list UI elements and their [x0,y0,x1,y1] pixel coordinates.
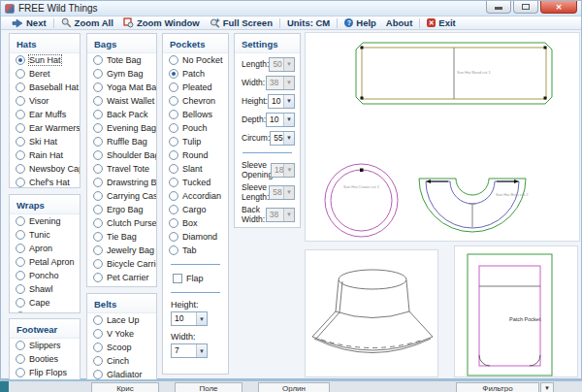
radio-label: Tunic [29,230,50,240]
radio-dot [93,164,103,174]
radio-pleated[interactable]: Pleated [163,81,228,94]
radio-back-pack[interactable]: Back Pack [87,108,156,121]
radio-round[interactable]: Round [163,148,228,162]
radio-baseball-hat[interactable]: Baseball Hat [10,81,80,94]
exit-button[interactable]: ✕ Exit [422,16,460,30]
radio-slant[interactable]: Slant [163,162,228,176]
background-window-strip[interactable]: КрисПолеОрлинФильтро ▼ [0,379,582,392]
radio-booties[interactable]: Booties [10,352,80,366]
zoom-all-button[interactable]: Zoom All [56,16,118,30]
radio-tulip[interactable]: Tulip [163,135,228,148]
help-button[interactable]: ? Help [340,16,381,30]
radio-dot [16,341,25,350]
radio-flip-flops[interactable]: Flip Flops [10,366,80,379]
radio-label: Pouch [182,123,208,133]
radio-petal-apron[interactable]: Petal Apron [10,255,80,269]
close-button[interactable]: ✕ [540,1,577,14]
radio-cinch[interactable]: Cinch [87,354,156,368]
radio-tote-bag[interactable]: Tote Bag [87,53,156,67]
radio-ear-muffs[interactable]: Ear Muffs [10,108,80,121]
height-select[interactable]: 10▼ [171,311,208,326]
about-button[interactable]: About [381,16,417,30]
radio-clutch-purse[interactable]: Clutch Purse [87,216,156,230]
radio-pouch[interactable]: Pouch [163,121,228,135]
radio-no-pocket[interactable]: No Pocket [163,53,228,67]
radio-scoop[interactable]: Scoop [87,341,156,354]
radio-bicycle-carrier[interactable]: Bicycle Carrier [87,257,156,271]
radio-evening[interactable]: Evening [10,214,80,228]
field-label: Circum: [242,133,270,143]
next-button[interactable]: Next [7,16,51,30]
radio-dot [93,232,103,242]
radio-ski-hat[interactable]: Ski Hat [10,135,80,148]
radio-patch[interactable]: Patch [163,67,228,81]
height-select[interactable]: 10▼ [268,94,295,109]
radio-box[interactable]: Box [163,216,228,230]
radio-tie-bag[interactable]: Tie Bag [87,230,156,244]
back-width-select[interactable]: 38▼ [266,208,295,222]
filter-dropdown-arrow[interactable]: ▼ [540,382,554,392]
radio-poncho[interactable]: Poncho [10,269,80,282]
radio-shoulder-bag[interactable]: Shoulder Bag [87,148,156,162]
radio-waist-wallet[interactable]: Waist Wallet [87,94,156,108]
flap-checkbox-row[interactable]: Flap [163,272,228,285]
pattern-canvas[interactable]: Sun Hat Band cut 1 Sun Hat Crown cut 1 S… [305,32,580,242]
radio-rain-hat[interactable]: Rain Hat [10,148,80,162]
radio-accordian[interactable]: Accordian [163,189,228,203]
minimize-button[interactable] [486,1,511,14]
radio-pet-carrier[interactable]: Pet Carrier [87,271,156,284]
radio-lace-up[interactable]: Lace Up [87,313,156,327]
bags-group-title: Bags [87,34,156,53]
radio-visor[interactable]: Visor [10,94,80,108]
flap-checkbox[interactable] [173,274,182,283]
radio-chef-s-hat[interactable]: Chef's Hat [10,176,80,188]
radio-cape[interactable]: Cape [10,296,80,310]
radio-shawl[interactable]: Shawl [10,282,80,296]
height-field-row: Height:10▼ [242,93,295,109]
width-select[interactable]: 38▼ [266,76,295,90]
radio-cardigan[interactable]: Cardigan [10,310,80,313]
radio-evening-bag[interactable]: Evening Bag [87,121,156,135]
radio-apron[interactable]: Apron [10,242,80,255]
radio-dot [93,343,103,352]
radio-ergo-bag[interactable]: Ergo Bag [87,203,156,216]
radio-yoga-mat-bag[interactable]: Yoga Mat Bag [87,81,156,94]
radio-beret[interactable]: Beret [10,67,80,81]
radio-jewelry-bag[interactable]: Jewelry Bag [87,244,156,257]
pattern-pieces-drawing: Sun Hat Band cut 1 Sun Hat Crown cut 1 S… [306,33,579,241]
radio-tab[interactable]: Tab [163,244,228,257]
radio-dot [93,82,103,92]
field-label: Sleeve Opening: [242,160,271,180]
circum-select[interactable]: 55▼ [270,131,295,146]
depth-select[interactable]: 10▼ [266,113,295,127]
radio-sun-hat[interactable]: Sun Hat [10,53,80,67]
radio-gym-bag[interactable]: Gym Bag [87,67,156,81]
radio-drawstring-bag[interactable]: Drawstring Bag [87,176,156,189]
radio-tunic[interactable]: Tunic [10,228,80,242]
units-indicator[interactable]: Units: CM [282,16,335,30]
radio-ruffle-bag[interactable]: Ruffle Bag [87,135,156,148]
settings-group-title: Settings [235,34,300,53]
radio-slippers[interactable]: Slippers [10,339,80,352]
radio-label: Pet Carrier [107,273,149,282]
length-select[interactable]: 50▼ [269,57,295,72]
zoom-window-button[interactable]: Zoom Window [118,16,205,30]
radio-tucked[interactable]: Tucked [163,176,228,189]
radio-v-yoke[interactable]: V Yoke [87,327,156,341]
sleeve-length-select[interactable]: 58▼ [269,185,295,200]
radio-chevron[interactable]: Chevron [163,94,228,108]
full-screen-button[interactable]: Full Screen [205,16,277,30]
width-select[interactable]: 7▼ [171,343,208,358]
radio-ear-warmers[interactable]: Ear Warmers [10,121,80,135]
radio-newsboy-cap[interactable]: Newsboy Cap [10,162,80,176]
sleeve-opening-select[interactable]: 18▼ [271,163,295,178]
maximize-button[interactable] [513,1,538,14]
radio-bellows[interactable]: Bellows [163,108,228,121]
radio-travel-tote[interactable]: Travel Tote [87,162,156,176]
radio-dot [169,69,178,79]
radio-carrying-case[interactable]: Carrying Case [87,189,156,203]
radio-cargo[interactable]: Cargo [163,203,228,216]
radio-dot [16,271,25,280]
radio-diamond[interactable]: Diamond [163,230,228,244]
radio-dot [169,82,178,92]
